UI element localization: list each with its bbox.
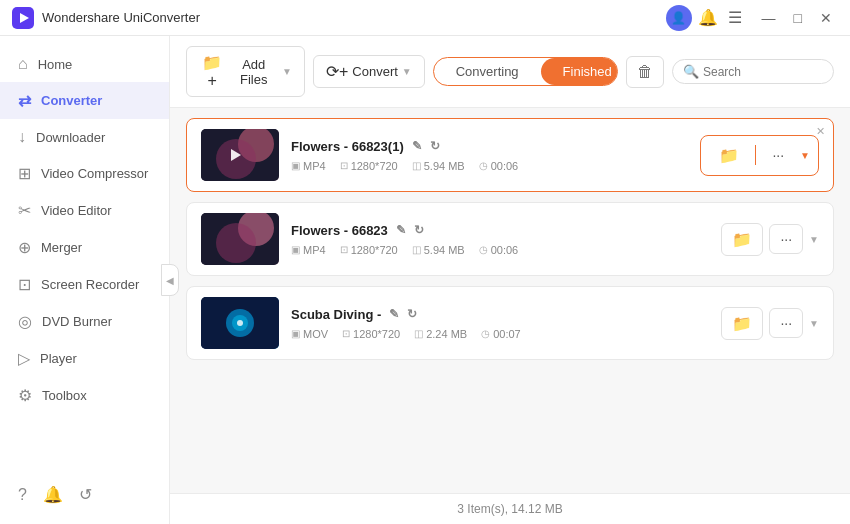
chevron-down-icon[interactable]: ▼ — [809, 318, 819, 329]
search-input[interactable] — [703, 65, 823, 79]
feedback-icon[interactable]: ↺ — [79, 485, 92, 504]
file-actions: 📁 ··· ▼ — [721, 223, 819, 256]
notification-icon[interactable]: 🔔 — [43, 485, 63, 504]
toolbox-icon: ⚙ — [18, 386, 32, 405]
refresh-icon[interactable]: ↻ — [430, 139, 440, 153]
sidebar-item-video-compressor[interactable]: ⊞ Video Compressor — [0, 155, 169, 192]
bell-icon[interactable]: 🔔 — [698, 8, 718, 27]
sidebar-item-label: Downloader — [36, 130, 105, 145]
menu-icon[interactable]: ☰ — [728, 8, 742, 27]
more-options-button[interactable]: ··· — [769, 308, 803, 338]
edit-icon[interactable]: ✎ — [396, 223, 406, 237]
screen-recorder-icon: ⊡ — [18, 275, 31, 294]
delete-button[interactable]: 🗑 — [626, 56, 664, 88]
close-button[interactable]: ✕ — [814, 10, 838, 26]
content-area: 📁+ Add Files ▼ ⟳+ Convert ▼ Converting F… — [170, 36, 850, 524]
refresh-icon[interactable]: ↻ — [414, 223, 424, 237]
chevron-down-icon[interactable]: ▼ — [809, 234, 819, 245]
edit-icon[interactable]: ✎ — [389, 307, 399, 321]
sidebar-item-downloader[interactable]: ↓ Downloader — [0, 119, 169, 155]
app-logo — [12, 7, 34, 29]
sidebar-item-label: Merger — [41, 240, 82, 255]
video-editor-icon: ✂ — [18, 201, 31, 220]
duration-value: 00:06 — [491, 244, 519, 256]
sidebar-item-label: Screen Recorder — [41, 277, 139, 292]
collapse-sidebar-button[interactable]: ◀ — [161, 264, 179, 296]
status-text: 3 Item(s), 14.12 MB — [457, 502, 562, 516]
more-options-button[interactable]: ··· — [762, 141, 794, 169]
file-info: Flowers - 66823(1) ✎ ↻ ▣ MP4 ⊡ 1280*720 — [279, 139, 700, 172]
resolution-value: 1280*720 — [351, 160, 398, 172]
add-files-button[interactable]: 📁+ Add Files ▼ — [186, 46, 305, 97]
help-icon[interactable]: ? — [18, 486, 27, 504]
file-name: Flowers - 66823(1) ✎ ↻ — [291, 139, 688, 154]
sidebar-item-toolbox[interactable]: ⚙ Toolbox — [0, 377, 169, 414]
divider — [755, 145, 756, 165]
file-thumbnail — [201, 129, 279, 181]
more-options-button[interactable]: ··· — [769, 224, 803, 254]
close-item-button[interactable]: ✕ — [816, 125, 825, 138]
size-meta: ◫ 5.94 MB — [412, 244, 465, 256]
file-name-text: Flowers - 66823(1) — [291, 139, 404, 154]
open-folder-button[interactable]: 📁 — [721, 307, 763, 340]
format-meta: ▣ MP4 — [291, 160, 326, 172]
main-layout: ⌂ Home ⇄ Converter ↓ Downloader ⊞ Video … — [0, 36, 850, 524]
convert-button[interactable]: ⟳+ Convert ▼ — [313, 55, 425, 88]
size-meta: ◫ 5.94 MB — [412, 160, 465, 172]
format-icon: ▣ — [291, 328, 300, 339]
file-actions: 📁 ··· ▼ — [700, 135, 819, 176]
convert-chevron: ▼ — [402, 66, 412, 77]
add-files-chevron: ▼ — [282, 66, 292, 77]
duration-meta: ◷ 00:06 — [479, 160, 519, 172]
file-name: Flowers - 66823 ✎ ↻ — [291, 223, 709, 238]
sidebar-item-video-editor[interactable]: ✂ Video Editor — [0, 192, 169, 229]
file-item: Scuba Diving - ✎ ↻ ▣ MOV ⊡ 1280*720 — [186, 286, 834, 360]
tab-converting[interactable]: Converting — [434, 58, 541, 85]
dvd-burner-icon: ◎ — [18, 312, 32, 331]
edit-icon[interactable]: ✎ — [412, 139, 422, 153]
format-icon: ▣ — [291, 244, 300, 255]
chevron-down-icon[interactable]: ▼ — [800, 150, 810, 161]
sidebar-item-label: Converter — [41, 93, 102, 108]
minimize-button[interactable]: — — [756, 10, 782, 26]
status-bar: 3 Item(s), 14.12 MB — [170, 493, 850, 524]
svg-point-8 — [216, 223, 256, 263]
sidebar-item-converter[interactable]: ⇄ Converter — [0, 82, 169, 119]
open-folder-button[interactable]: 📁 — [721, 223, 763, 256]
title-bar-controls: 👤 🔔 ☰ — □ ✕ — [666, 5, 838, 31]
sidebar-item-home[interactable]: ⌂ Home — [0, 46, 169, 82]
convert-icon: ⟳+ — [326, 62, 348, 81]
convert-label: Convert — [352, 64, 398, 79]
merger-icon: ⊕ — [18, 238, 31, 257]
resolution-icon: ⊡ — [342, 328, 350, 339]
open-folder-button[interactable]: 📁 — [709, 140, 749, 171]
sidebar-item-screen-recorder[interactable]: ⊡ Screen Recorder — [0, 266, 169, 303]
avatar-button[interactable]: 👤 — [666, 5, 692, 31]
search-icon: 🔍 — [683, 64, 699, 79]
sidebar-item-label: DVD Burner — [42, 314, 112, 329]
file-actions: 📁 ··· ▼ — [721, 307, 819, 340]
sidebar-item-dvd-burner[interactable]: ◎ DVD Burner — [0, 303, 169, 340]
size-meta: ◫ 2.24 MB — [414, 328, 467, 340]
resolution-value: 1280*720 — [353, 328, 400, 340]
sidebar-item-label: Toolbox — [42, 388, 87, 403]
file-thumbnail — [201, 297, 279, 349]
file-item: Flowers - 66823 ✎ ↻ ▣ MP4 ⊡ 1280*720 — [186, 202, 834, 276]
file-meta: ▣ MOV ⊡ 1280*720 ◫ 2.24 MB ◷ — [291, 328, 709, 340]
file-info: Scuba Diving - ✎ ↻ ▣ MOV ⊡ 1280*720 — [279, 307, 721, 340]
duration-icon: ◷ — [481, 328, 490, 339]
home-icon: ⌂ — [18, 55, 28, 73]
duration-meta: ◷ 00:06 — [479, 244, 519, 256]
file-item: ✕ Flowers - 66823(1) ✎ — [186, 118, 834, 192]
refresh-icon[interactable]: ↻ — [407, 307, 417, 321]
sidebar-item-player[interactable]: ▷ Player — [0, 340, 169, 377]
size-value: 2.24 MB — [426, 328, 467, 340]
search-area: 🔍 — [672, 59, 834, 84]
sidebar: ⌂ Home ⇄ Converter ↓ Downloader ⊞ Video … — [0, 36, 170, 524]
tab-finished[interactable]: Finished — [541, 58, 618, 85]
player-icon: ▷ — [18, 349, 30, 368]
resolution-meta: ⊡ 1280*720 — [340, 244, 398, 256]
sidebar-item-merger[interactable]: ⊕ Merger — [0, 229, 169, 266]
action-group: 📁 ··· ▼ — [700, 135, 819, 176]
maximize-button[interactable]: □ — [788, 10, 808, 26]
